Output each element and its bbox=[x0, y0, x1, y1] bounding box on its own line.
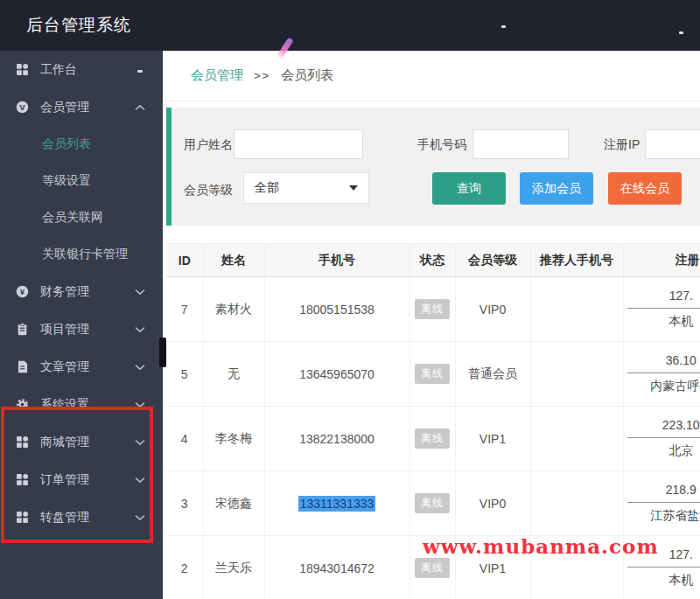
member-level-select[interactable]: 全部 bbox=[243, 172, 369, 204]
cell-name: 无 bbox=[203, 342, 264, 407]
breadcrumb: 会员管理 >> 会员列表 bbox=[163, 51, 700, 101]
sidebar-item-wheel-management[interactable]: 转盘管理 bbox=[0, 498, 163, 536]
sidebar-item-bank-card-management[interactable]: 关联银行卡管理 bbox=[0, 236, 163, 273]
cell-id: 3 bbox=[166, 471, 203, 536]
cell-name: 李冬梅 bbox=[203, 407, 264, 471]
register-location-value: 本机 bbox=[627, 309, 700, 330]
sidebar-item-mall-management[interactable]: 商城管理 bbox=[0, 423, 163, 461]
header-dot-artifact bbox=[679, 31, 683, 34]
sidebar-item-system-settings[interactable]: 系统设置 bbox=[0, 386, 163, 423]
app-title: 后台管理系统 bbox=[26, 0, 131, 51]
register-location-value: 内蒙古呼和 bbox=[627, 373, 700, 394]
cell-level: VIP1 bbox=[455, 407, 530, 471]
register-ip-value: 223.10 bbox=[627, 418, 700, 438]
cell-phone: 13645965070 bbox=[264, 342, 410, 407]
phone-label: 手机号码 bbox=[417, 129, 466, 159]
gear-icon bbox=[16, 398, 29, 411]
register-ip-label: 注册IP bbox=[604, 129, 640, 159]
admin-page: 后台管理系统 工作台V会员管理会员列表等级设置会员关联网关联银行卡管理¥财务管理… bbox=[0, 0, 700, 599]
column-header: 状态 bbox=[410, 244, 455, 277]
sidebar-item-label: 商城管理 bbox=[40, 435, 89, 450]
cell-id: 2 bbox=[166, 536, 203, 599]
register-ip-value: 127. bbox=[627, 289, 700, 309]
caret-down-icon bbox=[349, 185, 358, 191]
breadcrumb-parent-link[interactable]: 会员管理 bbox=[191, 67, 243, 84]
v-circle-icon: V bbox=[16, 101, 29, 114]
sidebar-item-label: 等级设置 bbox=[42, 173, 91, 189]
column-header: 手机号 bbox=[264, 244, 410, 277]
cell-id: 7 bbox=[166, 277, 203, 342]
breadcrumb-separator: >> bbox=[254, 69, 270, 82]
sidebar-item-member-list[interactable]: 会员列表 bbox=[0, 126, 163, 163]
register-ip-value: 218.9 bbox=[627, 483, 700, 503]
member-level-select-value: 全部 bbox=[255, 180, 279, 196]
add-member-button[interactable]: 添加会员 bbox=[520, 172, 593, 205]
register-ip-value: 36.10 bbox=[627, 353, 700, 373]
sidebar-item-label: 财务管理 bbox=[40, 284, 89, 300]
scrollbar-thumb[interactable] bbox=[159, 338, 166, 367]
cell-status: 离线 bbox=[410, 342, 455, 407]
register-location-value: 江苏省盐城 bbox=[627, 503, 700, 524]
chevron-down-icon bbox=[135, 477, 145, 484]
sidebar-item-label: 会员关联网 bbox=[42, 210, 103, 226]
cell-name: 兰天乐 bbox=[203, 536, 264, 599]
phone-input[interactable] bbox=[472, 129, 569, 159]
sidebar-menu: 工作台V会员管理会员列表等级设置会员关联网关联银行卡管理¥财务管理项目管理文章管… bbox=[0, 51, 163, 536]
selected-text: 13311331333 bbox=[298, 496, 376, 512]
cell-register-ip: 127.本机 bbox=[623, 277, 700, 342]
table-row: 3宋德鑫13311331333离线VIP0218.9江苏省盐城 bbox=[166, 471, 700, 536]
cell-status: 离线 bbox=[410, 471, 455, 536]
column-header: ID bbox=[166, 244, 203, 277]
cell-name: 素材火 bbox=[203, 277, 264, 342]
sidebar-item-label: 会员列表 bbox=[42, 136, 91, 152]
register-location-value: 本机 bbox=[627, 568, 700, 589]
username-input[interactable] bbox=[234, 129, 363, 159]
app-header: 后台管理系统 bbox=[0, 0, 700, 51]
cell-referrer bbox=[530, 277, 623, 342]
svg-text:V: V bbox=[19, 102, 25, 112]
sidebar-item-workbench[interactable]: 工作台 bbox=[0, 51, 163, 88]
cell-level: VIP0 bbox=[455, 471, 530, 536]
breadcrumb-current: 会员列表 bbox=[281, 67, 333, 84]
cell-phone: 18005151538 bbox=[264, 277, 410, 342]
cell-id: 4 bbox=[166, 407, 203, 471]
column-header: 会员等级 bbox=[455, 244, 530, 277]
register-ip-input[interactable] bbox=[645, 129, 700, 159]
table-header-row: ID姓名手机号状态会员等级推荐人手机号注册IP bbox=[166, 244, 700, 277]
query-button[interactable]: 查询 bbox=[432, 172, 506, 205]
sidebar-item-member-network[interactable]: 会员关联网 bbox=[0, 199, 163, 236]
chevron-down-icon bbox=[135, 364, 145, 371]
document-icon bbox=[16, 360, 29, 373]
register-location-value: 北京 bbox=[627, 438, 700, 459]
sidebar-item-level-settings[interactable]: 等级设置 bbox=[0, 163, 163, 199]
status-badge: 离线 bbox=[415, 493, 450, 513]
grid-icon bbox=[16, 511, 29, 524]
collapsed-indicator-dash bbox=[137, 70, 143, 73]
sidebar-item-label: 文章管理 bbox=[40, 359, 89, 375]
sidebar-item-finance-management[interactable]: ¥财务管理 bbox=[0, 273, 163, 310]
accent-bar bbox=[166, 108, 172, 226]
cell-register-ip: 223.10北京 bbox=[623, 407, 700, 471]
yen-circle-icon: ¥ bbox=[16, 285, 29, 298]
status-badge: 离线 bbox=[415, 558, 450, 578]
header-dot-artifact bbox=[501, 25, 506, 28]
sidebar: 工作台V会员管理会员列表等级设置会员关联网关联银行卡管理¥财务管理项目管理文章管… bbox=[0, 51, 163, 599]
sidebar-item-label: 项目管理 bbox=[40, 322, 89, 338]
username-label: 用户姓名 bbox=[184, 129, 233, 159]
sidebar-item-label: 工作台 bbox=[40, 62, 77, 78]
sidebar-item-label: 会员管理 bbox=[40, 100, 89, 115]
cell-phone: 13311331333 bbox=[264, 471, 410, 536]
sidebar-item-article-management[interactable]: 文章管理 bbox=[0, 348, 163, 386]
cell-phone: 13822138000 bbox=[264, 407, 410, 471]
sidebar-item-order-management[interactable]: 订单管理 bbox=[0, 461, 163, 498]
cell-name: 宋德鑫 bbox=[203, 471, 264, 536]
table-row: 5无13645965070离线普通会员36.10内蒙古呼和 bbox=[166, 342, 700, 407]
filter-panel: 用户姓名 手机号码 注册IP 会员等级 全部 查询 添加会员 在线会员 bbox=[166, 108, 700, 226]
chevron-down-icon bbox=[135, 514, 145, 521]
grid-icon bbox=[16, 473, 29, 486]
sidebar-submenu-member-management: 会员列表等级设置会员关联网关联银行卡管理 bbox=[0, 126, 163, 273]
sidebar-item-project-management[interactable]: 项目管理 bbox=[0, 310, 163, 348]
sidebar-item-member-management[interactable]: V会员管理 bbox=[0, 88, 163, 126]
online-members-button[interactable]: 在线会员 bbox=[608, 172, 682, 205]
table-row: 4李冬梅13822138000离线VIP1223.10北京 bbox=[166, 407, 700, 471]
